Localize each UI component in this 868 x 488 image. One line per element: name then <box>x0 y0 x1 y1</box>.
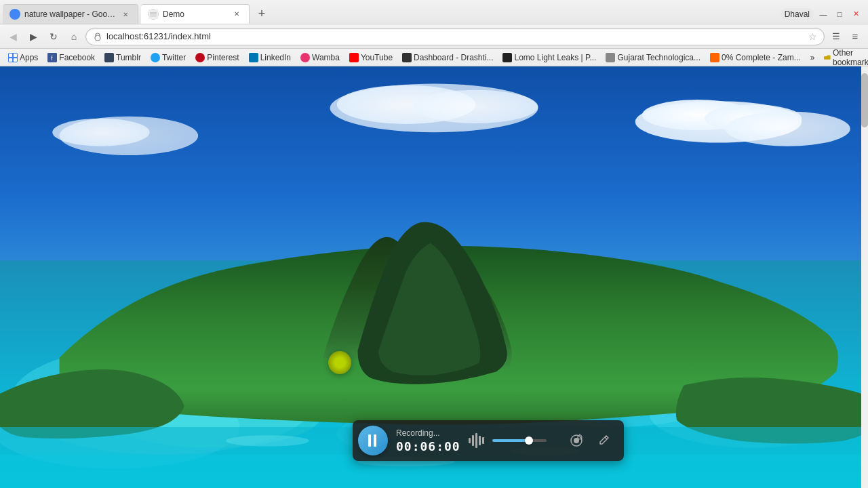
svg-line-34 <box>605 437 607 439</box>
lock-icon <box>93 32 102 41</box>
address-text: localhost:61231/index.html <box>106 31 804 41</box>
vertical-scrollbar[interactable] <box>861 66 868 488</box>
record-icon-button[interactable] <box>567 431 586 450</box>
home-button[interactable]: ⌂ <box>65 28 83 45</box>
apps-favicon <box>8 53 18 62</box>
toolbar-actions: ☰ ≡ <box>827 28 864 45</box>
back-button[interactable]: ◀ <box>4 28 22 45</box>
bookmark-apps[interactable]: Apps <box>4 52 42 64</box>
tab-2[interactable]: Demo ✕ <box>141 4 250 24</box>
youtube-favicon <box>349 53 359 62</box>
more-bookmarks-label: » <box>810 53 815 62</box>
folder-icon <box>824 53 831 62</box>
bookmark-pinterest[interactable]: Pinterest <box>191 52 243 64</box>
wamba-favicon <box>300 53 310 62</box>
address-bar[interactable]: localhost:61231/index.html ☆ <box>85 28 825 45</box>
slider-thumb <box>525 436 533 445</box>
percent-favicon <box>710 53 719 62</box>
user-name[interactable]: Dhaval <box>781 8 814 20</box>
audio-bar-3 <box>475 433 477 448</box>
tab-1-close[interactable]: ✕ <box>120 9 131 20</box>
apps-label: Apps <box>20 53 38 62</box>
recording-info: Recording... 00:06:00 <box>396 428 460 453</box>
facebook-favicon: f <box>47 53 57 62</box>
pause-bar-left <box>368 434 371 447</box>
extensions-button[interactable]: ☰ <box>827 28 845 45</box>
pause-icon <box>368 434 378 447</box>
bookmark-tumblr[interactable]: Tumblr <box>100 52 145 64</box>
bookmark-star-icon[interactable]: ☆ <box>808 31 817 42</box>
youtube-label: YouTube <box>361 53 393 62</box>
close-button[interactable]: ✕ <box>849 7 863 21</box>
slider-track[interactable] <box>492 439 547 442</box>
twitter-label: Twitter <box>162 53 186 62</box>
twitter-favicon <box>151 53 160 62</box>
gujarat-favicon <box>606 53 615 62</box>
lomo-label: Lomo Light Leaks | P... <box>514 53 596 62</box>
bookmark-youtube[interactable]: YouTube <box>345 52 397 64</box>
dashboard-favicon <box>402 53 412 62</box>
svg-point-27 <box>226 435 309 446</box>
tab-1-title: nature wallpaper - Goog... <box>24 9 116 19</box>
tab-1-favicon <box>9 9 20 20</box>
svg-rect-3 <box>14 54 17 57</box>
main-content: Recording... 00:06:00 <box>0 66 868 488</box>
record-icon <box>570 434 583 447</box>
tumblr-favicon <box>104 53 114 62</box>
volume-slider[interactable] <box>492 439 559 442</box>
bookmark-twitter[interactable]: Twitter <box>146 52 190 64</box>
edit-icon-button[interactable] <box>594 431 613 450</box>
tab-2-title: Demo <box>163 9 227 19</box>
new-tab-button[interactable]: + <box>252 5 271 24</box>
svg-point-12 <box>726 111 850 146</box>
more-bookmarks-button[interactable]: » <box>806 52 819 64</box>
svg-point-15 <box>413 90 538 123</box>
maximize-button[interactable]: □ <box>833 7 846 21</box>
percent-label: 0% Complete - Zam... <box>722 53 801 62</box>
audio-bar-4 <box>479 436 481 445</box>
bookmark-lomo[interactable]: Lomo Light Leaks | P... <box>498 52 600 64</box>
bookmark-dashboard[interactable]: Dashboard - Drashti... <box>398 52 497 64</box>
bookmark-wamba[interactable]: Wamba <box>296 52 344 64</box>
bookmark-gujarat[interactable]: Gujarat Technologica... <box>601 52 705 64</box>
tumblr-label: Tumblr <box>116 53 141 62</box>
title-bar: nature wallpaper - Goog... ✕ Demo ✕ + Dh… <box>0 0 868 24</box>
cursor-dot <box>328 351 351 374</box>
pinterest-favicon <box>195 53 205 62</box>
wamba-label: Wamba <box>312 53 340 62</box>
forward-button[interactable]: ▶ <box>24 28 42 45</box>
scrollbar-thumb[interactable] <box>861 73 868 127</box>
audio-visualizer <box>469 432 484 449</box>
recording-time: 00:06:00 <box>396 439 460 453</box>
bookmark-linkedin[interactable]: LinkedIn <box>245 52 295 64</box>
svg-rect-2 <box>9 54 12 57</box>
bookmark-percent[interactable]: 0% Complete - Zam... <box>706 52 805 64</box>
svg-rect-4 <box>9 58 12 62</box>
facebook-label: Facebook <box>59 53 95 62</box>
toolbar: ◀ ▶ ↻ ⌂ localhost:61231/index.html ☆ ☰ ≡ <box>0 24 868 49</box>
pause-button[interactable] <box>358 426 388 455</box>
tab-1[interactable]: nature wallpaper - Goog... ✕ <box>3 4 138 24</box>
svg-rect-5 <box>14 58 17 62</box>
recording-bar: Recording... 00:06:00 <box>353 420 624 461</box>
lomo-favicon <box>502 53 512 62</box>
minimize-button[interactable]: — <box>816 7 830 21</box>
audio-bar-1 <box>469 438 471 443</box>
bookmark-facebook[interactable]: f Facebook <box>43 52 99 64</box>
other-bookmarks-button[interactable]: Other bookmarks <box>820 49 868 66</box>
bookmarks-bar: Apps f Facebook Tumblr Twitter Pinterest… <box>0 49 868 66</box>
audio-bar-5 <box>482 437 484 444</box>
linkedin-favicon <box>249 53 258 62</box>
pause-bar-right <box>374 434 376 447</box>
audio-bar-2 <box>472 435 474 446</box>
gujarat-label: Gujarat Technologica... <box>617 53 701 62</box>
pinterest-label: Pinterest <box>207 53 239 62</box>
dashboard-label: Dashboard - Drashti... <box>414 53 493 62</box>
tab-2-close[interactable]: ✕ <box>231 9 242 20</box>
other-bookmarks-label: Other bookmarks <box>833 49 868 66</box>
browser-frame: nature wallpaper - Goog... ✕ Demo ✕ + Dh… <box>0 0 868 488</box>
menu-button[interactable]: ≡ <box>846 28 864 45</box>
svg-point-17 <box>52 119 149 146</box>
refresh-button[interactable]: ↻ <box>45 28 62 45</box>
title-bar-right: Dhaval — □ ✕ <box>781 4 868 24</box>
